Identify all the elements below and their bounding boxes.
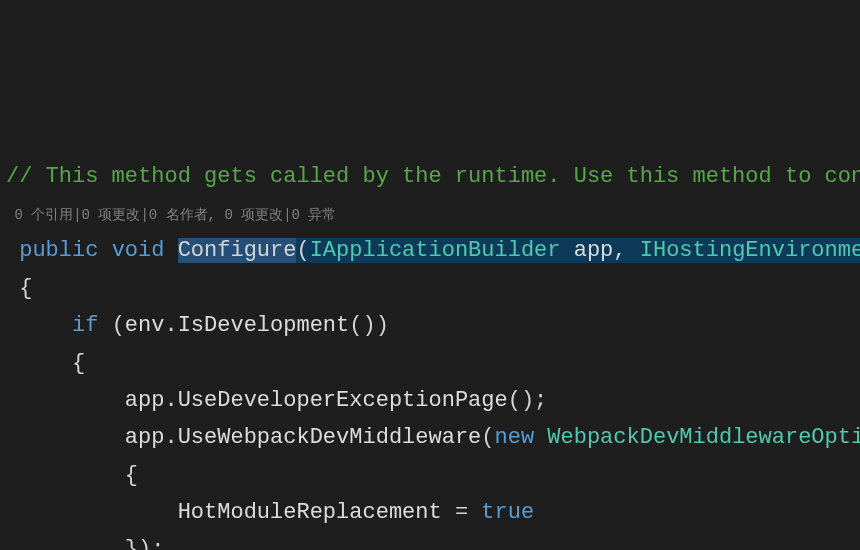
env-ref: env xyxy=(125,313,165,338)
code-editor[interactable]: // This method gets called by the runtim… xyxy=(0,150,860,550)
kw-true: true xyxy=(481,500,534,525)
param-app: app xyxy=(574,238,614,263)
isdevelopment-call: IsDevelopment xyxy=(178,313,350,338)
brace: { xyxy=(6,351,85,376)
type-iapplicationbuilder: IApplicationBuilder xyxy=(310,238,561,263)
brace-open: { xyxy=(6,276,32,301)
brace-close: }); xyxy=(6,537,164,550)
method-signature: (IApplicationBuilder app, IHostingEnviro… xyxy=(296,238,860,263)
hotmodulereplacement: HotModuleReplacement xyxy=(178,500,442,525)
app-ref: app xyxy=(125,388,165,413)
codelens-bar[interactable]: 0 个引用|0 项更改|0 名作者, 0 项更改|0 异常 xyxy=(6,207,336,223)
usewebpackdevmiddleware: UseWebpackDevMiddleware xyxy=(178,425,482,450)
method-name: Configure xyxy=(178,238,297,263)
kw-if: if xyxy=(72,313,98,338)
type-webpackdevmiddlewareoptions: WebpackDevMiddlewareOptions xyxy=(547,425,860,450)
app-ref: app xyxy=(125,425,165,450)
kw-public: public xyxy=(6,238,98,263)
usedeveloperexceptionpage: UseDeveloperExceptionPage xyxy=(178,388,508,413)
type-ihostingenvironment: IHostingEnvironment xyxy=(640,238,860,263)
comment-line: // This method gets called by the runtim… xyxy=(6,164,860,189)
kw-void: void xyxy=(112,238,165,263)
kw-new: new xyxy=(495,425,535,450)
brace: { xyxy=(6,463,138,488)
